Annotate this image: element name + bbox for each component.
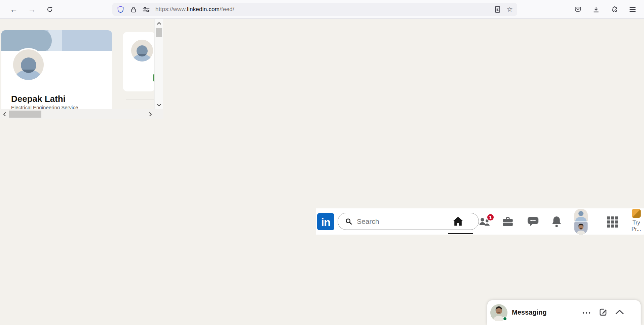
nav-me-menu[interactable] xyxy=(574,209,588,235)
app-menu-button[interactable] xyxy=(626,3,639,16)
premium-label-line1: Try xyxy=(630,219,643,226)
extensions-button[interactable] xyxy=(607,3,621,16)
bookmark-star-icon[interactable]: ☆ xyxy=(506,5,513,13)
mynetwork-notification-badge: 1 xyxy=(487,213,494,221)
reader-view-icon[interactable] xyxy=(494,6,501,13)
horizontal-scrollbar[interactable] xyxy=(0,109,163,119)
premium-badge-icon xyxy=(632,209,641,218)
page-content: Deepak Lathi Electrical Engineering Serv… xyxy=(0,19,644,325)
briefcase-icon xyxy=(502,216,514,228)
reload-button[interactable] xyxy=(43,3,56,16)
vertical-scrollbar-thumb[interactable] xyxy=(156,28,162,37)
home-icon xyxy=(452,216,464,229)
nav-divider xyxy=(594,209,594,234)
tracking-protection-shield-icon[interactable] xyxy=(117,6,124,13)
lock-icon[interactable] xyxy=(130,6,137,13)
forward-icon: → xyxy=(28,5,36,13)
me-avatar-placeholder xyxy=(574,209,588,221)
ellipsis-icon xyxy=(582,310,591,316)
pocket-button[interactable] xyxy=(571,3,584,16)
profile-avatar-placeholder[interactable] xyxy=(12,48,45,81)
card-divider xyxy=(126,108,154,108)
permissions-icon[interactable] xyxy=(142,6,150,13)
linkedin-navbar: in Search 1 xyxy=(316,208,644,235)
profile-name[interactable]: Deepak Lathi xyxy=(11,94,66,104)
hamburger-menu-icon xyxy=(630,7,636,12)
mini-profile-card[interactable] xyxy=(123,32,155,91)
profile-banner xyxy=(1,30,112,51)
messaging-more-button[interactable] xyxy=(581,307,592,318)
nav-notifications-button[interactable] xyxy=(551,215,562,229)
messaging-panel[interactable]: Messaging xyxy=(487,300,641,325)
downloads-button[interactable] xyxy=(589,3,603,16)
me-avatar-photo xyxy=(574,222,588,235)
scroll-down-arrow[interactable] xyxy=(155,102,163,108)
messaging-title: Messaging xyxy=(512,309,546,316)
online-status-dot xyxy=(503,317,507,321)
mini-avatar-placeholder xyxy=(130,39,154,63)
vertical-scrollbar[interactable] xyxy=(154,19,163,109)
chevron-up-icon xyxy=(615,309,624,316)
url-scheme: https://www. xyxy=(155,6,187,12)
nav-jobs-button[interactable] xyxy=(502,216,514,228)
puzzle-icon xyxy=(611,6,618,13)
horizontal-scrollbar-thumb[interactable] xyxy=(9,111,41,118)
back-button[interactable]: ← xyxy=(7,3,21,16)
scroll-left-arrow[interactable] xyxy=(1,109,8,119)
url-domain: linkedin.com xyxy=(187,6,220,12)
browser-window: ← → https://www.linke xyxy=(0,0,644,325)
browser-toolbar: ← → https://www.linke xyxy=(0,0,644,19)
profile-card[interactable]: Deepak Lathi Electrical Engineering Serv… xyxy=(1,30,112,110)
nav-apps-grid-icon[interactable] xyxy=(607,216,618,228)
scroll-up-arrow[interactable] xyxy=(155,21,163,26)
reload-icon xyxy=(46,6,53,13)
forward-button[interactable]: → xyxy=(25,3,39,16)
compose-icon xyxy=(598,307,608,318)
download-icon xyxy=(593,6,600,13)
url-path: /feed/ xyxy=(220,6,234,12)
url-text[interactable]: https://www.linkedin.com/feed/ xyxy=(155,6,234,13)
url-bar[interactable]: https://www.linkedin.com/feed/ ☆ xyxy=(112,3,517,16)
messaging-compose-button[interactable] xyxy=(597,307,609,318)
linkedin-logo[interactable]: in xyxy=(317,213,334,230)
active-tab-underline xyxy=(448,233,473,234)
back-icon: ← xyxy=(10,5,18,13)
bell-icon xyxy=(551,215,562,229)
premium-label-line2: Pr... xyxy=(630,226,643,232)
card-divider xyxy=(126,99,154,100)
search-icon xyxy=(345,218,352,225)
messaging-collapse-button[interactable] xyxy=(614,307,625,318)
nav-home-button[interactable] xyxy=(452,216,464,229)
chat-bubble-icon xyxy=(527,216,539,229)
nav-messaging-button[interactable] xyxy=(527,216,539,229)
nav-premium-button[interactable]: Try Pr... xyxy=(630,209,643,232)
scroll-right-arrow[interactable] xyxy=(147,109,154,119)
pocket-icon xyxy=(574,6,581,13)
search-placeholder: Search xyxy=(357,217,379,226)
